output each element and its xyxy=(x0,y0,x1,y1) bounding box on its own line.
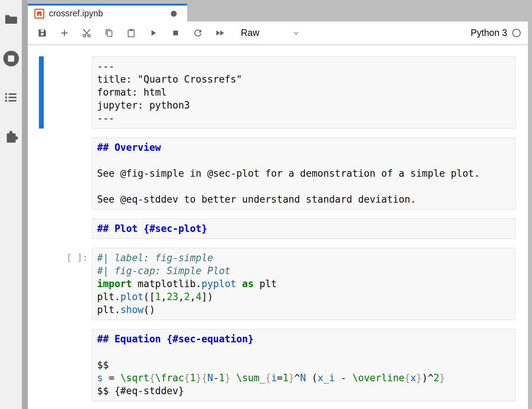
code-line: jupyter: python3 xyxy=(97,99,511,112)
copy-cells-button[interactable] xyxy=(102,26,116,40)
running-kernels-icon[interactable] xyxy=(3,50,20,67)
tab-dirty-indicator[interactable] xyxy=(171,11,177,17)
code-line: ## Plot {#sec-plot} xyxy=(97,222,511,235)
code-line: plt.show() xyxy=(97,303,511,316)
folder-icon[interactable] xyxy=(4,14,18,25)
code-line: See @fig-simple in @sec-plot for a demon… xyxy=(97,167,511,180)
kernel-group: Python 3 xyxy=(471,27,528,38)
fast-forward-icon[interactable] xyxy=(213,26,227,40)
notebook-area: ---title: "Quarto Crossrefs"format: html… xyxy=(28,44,528,409)
cell-prompt xyxy=(28,56,92,129)
cell-collapser[interactable] xyxy=(39,329,44,401)
kernel-status-icon[interactable] xyxy=(512,28,521,38)
main-panel: crossref.ipynb xyxy=(28,0,528,409)
notebook-cell-markdown[interactable]: ## Equation {#sec-equation} $$s = \sqrt{… xyxy=(28,329,528,401)
chevron-down-icon xyxy=(292,29,300,37)
left-sidebar xyxy=(0,0,22,409)
cell-prompt xyxy=(28,137,92,210)
code-line: plt.plot([1,23,2,4]) xyxy=(97,290,511,303)
cell-prompt xyxy=(28,329,92,401)
cell-collapser[interactable] xyxy=(39,219,44,239)
code-line: title: "Quarto Crossrefs" xyxy=(97,73,511,86)
code-line: $$ {#eq-stddev} xyxy=(97,385,511,398)
code-line: s = \sqrt{\frac{1}{N-1} \sum_{i=1}^N (x_… xyxy=(97,372,511,385)
code-line: --- xyxy=(97,60,511,73)
table-of-contents-icon[interactable] xyxy=(4,92,18,103)
cell-type-value: Raw xyxy=(241,27,259,38)
notebook-cell-markdown[interactable]: ## Plot {#sec-plot} xyxy=(28,219,528,239)
notebook-icon xyxy=(34,9,44,19)
code-line: #| label: fig-simple xyxy=(97,252,511,265)
code-line: format: html xyxy=(97,86,511,99)
cell-collapser[interactable] xyxy=(39,137,44,210)
notebook-cell-code[interactable]: [ ]:#| label: fig-simple#| fig-cap: Simp… xyxy=(28,248,528,320)
cell-editor[interactable]: ## Equation {#sec-equation} $$s = \sqrt{… xyxy=(92,329,516,401)
window-edge xyxy=(528,0,532,409)
code-line: ## Equation {#sec-equation} xyxy=(97,333,511,346)
cell-collapser[interactable] xyxy=(39,56,44,129)
notebook-cell-raw[interactable]: ---title: "Quarto Crossrefs"format: html… xyxy=(28,56,528,129)
cell-editor[interactable]: ## Overview See @fig-simple in @sec-plot… xyxy=(92,137,516,210)
code-line: #| fig-cap: Simple Plot xyxy=(97,265,511,277)
restart-kernel-button[interactable] xyxy=(191,26,205,40)
code-line: --- xyxy=(97,112,511,125)
cell-prompt xyxy=(28,219,92,239)
tab-bar: crossref.ipynb xyxy=(28,0,528,21)
cell-editor[interactable]: #| label: fig-simple#| fig-cap: Simple P… xyxy=(92,248,516,320)
tab-title: crossref.ipynb xyxy=(49,9,103,19)
code-line: ## Overview xyxy=(97,141,511,154)
scissors-icon[interactable] xyxy=(80,26,94,40)
cell-collapser[interactable] xyxy=(39,248,44,320)
paste-cells-button[interactable] xyxy=(124,26,138,40)
interrupt-kernel-button[interactable] xyxy=(169,26,183,40)
run-cell-button[interactable] xyxy=(146,26,160,40)
tab-crossref-ipynb[interactable]: crossref.ipynb xyxy=(28,4,187,21)
cell-editor[interactable]: ## Plot {#sec-plot} xyxy=(92,219,516,239)
save-button[interactable] xyxy=(35,26,49,40)
cell-type-dropdown[interactable]: Raw xyxy=(241,27,300,38)
code-line: $$ xyxy=(97,359,511,372)
code-line: See @eq-stddev to better understand stan… xyxy=(97,193,511,206)
cell-prompt: [ ]: xyxy=(28,248,92,320)
insert-cell-button[interactable] xyxy=(57,26,72,40)
notebook-cell-markdown[interactable]: ## Overview See @fig-simple in @sec-plot… xyxy=(28,137,528,210)
code-line: import matplotlib.pyplot as plt xyxy=(97,277,511,290)
code-line xyxy=(97,180,511,193)
kernel-name[interactable]: Python 3 xyxy=(471,27,507,38)
sidebar-divider xyxy=(22,0,28,409)
cell-editor[interactable]: ---title: "Quarto Crossrefs"format: html… xyxy=(92,56,516,129)
notebook-toolbar: Raw Python 3 xyxy=(28,21,528,44)
puzzle-icon[interactable] xyxy=(4,130,19,144)
code-line xyxy=(97,154,511,167)
code-line xyxy=(97,346,511,359)
